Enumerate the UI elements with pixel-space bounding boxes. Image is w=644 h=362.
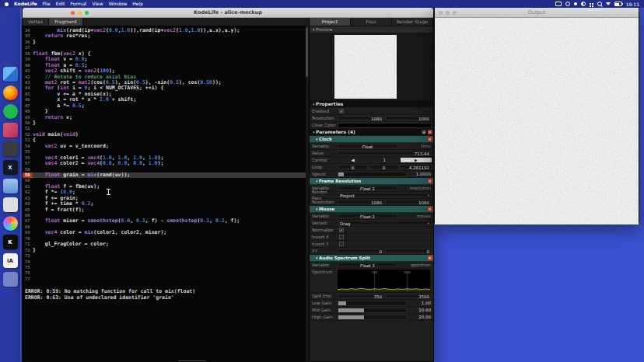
slider-speed[interactable] [338,172,407,177]
delete-parameter-button[interactable]: ✕ [428,207,432,211]
zoom-button[interactable] [85,11,89,15]
value-field[interactable]: 1080 [338,116,384,120]
output-titlebar[interactable]: Output [435,8,639,18]
checkbox-normalize[interactable] [339,228,344,232]
value-field[interactable]: 0 [385,249,432,253]
grid-icon[interactable] [590,3,591,5]
tab-fragment[interactable]: Fragment [49,18,83,26]
transport-control[interactable]: ◀ [338,158,369,162]
code-line-52[interactable]: 52void main(void) [23,132,309,137]
code-line-57[interactable]: 57 vec4 color2 = vec4(0.0, 0.0, 0.0, 1.0… [23,161,309,166]
dock-icon-finder[interactable] [3,67,18,82]
menu-item-format[interactable]: Format [70,0,86,8]
wifi-icon[interactable] [606,2,611,5]
battery-icon[interactable] [614,2,622,6]
vscroll-thumb[interactable] [306,27,308,77]
parameters-header[interactable]: Parameters (4) + ✕ [310,129,433,136]
dock-icon-photos-red[interactable] [3,123,18,137]
checkbox-invert-x[interactable] [339,235,344,239]
output-close-button[interactable] [439,11,443,15]
dock-icon-dark-utility[interactable] [3,141,18,156]
output-zoom-button[interactable] [453,11,457,15]
code-line-35[interactable]: 35 return res*res; [23,33,309,39]
inspector-tab-pass[interactable]: Pass [351,18,392,26]
checkbox-enabled[interactable] [339,109,344,113]
menu-item-window[interactable]: Window [109,0,128,8]
preview-header[interactable]: Preview [310,26,433,33]
dock-icon-kodelife[interactable]: K [3,235,18,249]
code-line-67[interactable]: 67 float mixer = smoothstep(0.0, 0.1, f)… [23,218,309,224]
inspector-tab-project[interactable]: Project [310,18,351,26]
add-parameter-button[interactable]: + [422,130,426,134]
dock-icon-pinwheel[interactable] [3,216,18,231]
section-audio-spectrum-split[interactable]: Audio Spectrum Split✕ [310,255,433,262]
section-clock[interactable]: Clock✕ [310,136,433,143]
minimize-button[interactable] [78,11,82,15]
code-line-73[interactable]: 73 [23,253,309,259]
dock-icon-spotify[interactable] [3,104,18,119]
type-dropdown[interactable]: Float 2 [338,214,397,218]
menu-item-view[interactable]: View [92,0,103,8]
value-field[interactable]: 4.281192 [400,165,432,169]
section-mouse[interactable]: Mouse✕ [310,206,433,213]
code-line-36[interactable]: 36} [23,40,309,45]
display-icon[interactable] [555,2,562,6]
menu-item-kodelife[interactable]: KodeLife [14,0,37,8]
slider-thumb[interactable] [338,308,364,312]
type-dropdown[interactable]: Float [338,144,397,148]
inspector-tab-render-stage[interactable]: Render Stage [392,18,433,26]
value-field[interactable]: 1080 [338,200,384,204]
delete-parameter-button[interactable]: ✕ [428,137,432,141]
record-icon[interactable] [574,2,577,5]
user-icon[interactable] [565,2,570,6]
slider-thumb[interactable] [338,315,364,319]
value-field[interactable]: 713.44 [338,151,432,155]
code-line-72[interactable]: 72} [23,248,309,253]
close-button[interactable] [71,11,75,15]
code-line-77[interactable]: 77 [23,277,309,282]
value-field[interactable]: 0 [338,249,384,253]
value-field[interactable]: 1080 [385,200,432,204]
delete-parameter-button[interactable]: ✕ [428,256,432,260]
code-line-76[interactable]: 76 [23,270,309,276]
color-swatch[interactable] [338,123,432,128]
value-field[interactable]: 1080 [385,116,432,120]
slider-mid-gain[interactable] [338,308,407,313]
slider-high-gain[interactable] [338,315,407,320]
value-field[interactable]: 0 [369,165,399,169]
tab-vertex[interactable]: Vertex [23,18,49,26]
code-line-74[interactable]: 74 [23,259,309,265]
code-line-54[interactable]: 54 vec2 uv = v_texcoord; [23,144,309,149]
delete-parameter-button[interactable]: ✕ [428,179,432,183]
dock-icon-trash[interactable] [3,272,18,287]
menu-item-help[interactable]: Help [132,0,143,8]
dock-icon-ia-writer[interactable]: iA [3,253,18,268]
properties-header[interactable]: Properties [310,101,433,108]
section-frame-resolution[interactable]: Frame Resolution✕ [310,178,433,185]
dock-icon-notes[interactable] [3,197,18,212]
apple-icon[interactable] [5,2,9,6]
value-field[interactable]: 0 [338,165,368,169]
code-line-69[interactable]: 69 vec4 color = mix(color1, color2, mixe… [23,230,309,235]
code-line-59[interactable]: 59 float grain = mix(rand(uv)); [23,172,309,178]
code-line-49[interactable]: 49 return v; [23,115,309,120]
code-editor[interactable]: VertexFragment 34 mix(rand(ip+vec2(0.0,1… [23,18,309,362]
transport-control[interactable]: 1 [369,158,400,162]
code-line-47[interactable]: 47 a *= 0.5; [23,103,309,109]
dock-icon-x-app[interactable]: X [3,160,18,175]
code-line-50[interactable]: 50} [23,120,309,126]
code-line-71[interactable]: 71 gl_FragColor = color; [23,242,309,247]
code-area[interactable]: 34 mix(rand(ip+vec2(0.0,1.0)),rand(ip+ve… [23,26,309,282]
menu-item-edit[interactable]: Edit [56,0,65,8]
output-minimize-button[interactable] [446,11,450,15]
menu-item-file[interactable]: File [43,0,51,8]
slider-thumb[interactable] [338,172,344,176]
dropdown-variant[interactable]: Drag [338,221,432,225]
remove-parameters-button[interactable]: ✕ [428,130,432,134]
kodelife-titlebar[interactable]: KodeLife - alice-mockup [23,8,433,18]
dock-icon-mail[interactable] [3,179,18,193]
play-button[interactable]: ▶ [401,158,432,162]
checkbox-invert-y[interactable] [339,242,344,246]
dock-icon-firefox[interactable] [3,85,18,100]
editor-vertical-scrollbar[interactable] [306,26,309,362]
